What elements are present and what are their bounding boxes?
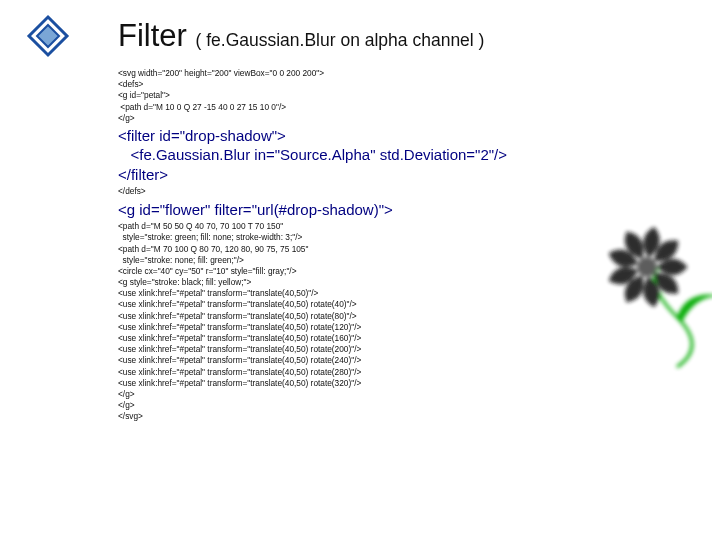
title-sub: ( fe.Gaussian.Blur on alpha channel ) — [196, 30, 485, 50]
code-filter-block: <filter id="drop-shadow"> <fe.Gaussian.B… — [118, 126, 680, 185]
slide-title: Filter ( fe.Gaussian.Blur on alpha chann… — [118, 18, 680, 54]
bullet-icon — [26, 14, 70, 58]
svg-point-2 — [637, 257, 657, 277]
svg-marker-1 — [37, 25, 59, 47]
code-svg-open: <svg width="200" height="200" viewBox="0… — [118, 68, 680, 124]
code-defs-close: </defs> — [118, 186, 680, 197]
title-main: Filter — [118, 18, 196, 53]
flower-illustration — [592, 212, 712, 382]
